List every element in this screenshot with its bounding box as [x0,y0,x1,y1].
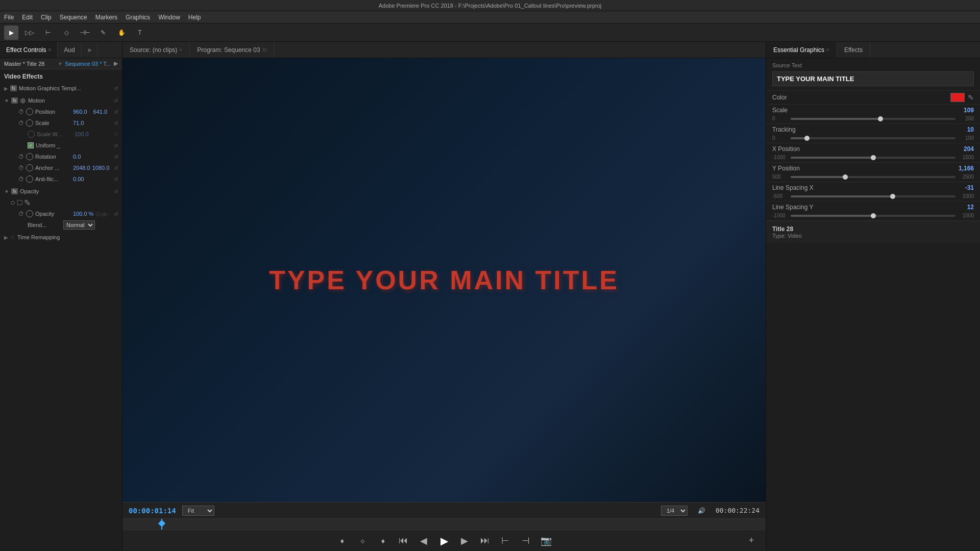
go-to-in-btn[interactable]: ⏮ [395,533,411,549]
motion-graphics-row[interactable]: ▶ fx Motion Graphics Templ... ↺ [0,83,122,94]
ripple-edit-tool[interactable]: ⊢ [41,26,55,40]
position-x-value[interactable]: 960.0 [73,109,87,115]
scale-thumb[interactable] [878,116,883,121]
anchor-y-value[interactable]: 1080.0 [92,165,110,171]
add-marker-btn[interactable]: ⬧ [375,533,391,549]
mark-in-btn[interactable]: ⬧ [334,533,350,549]
y-position-max: 2500 [959,174,974,180]
tracking-slider-value[interactable]: 10 [967,126,974,133]
opacity-stopwatch-icon[interactable]: ⏱ [18,211,24,217]
fit-select[interactable]: Fit 25% 50% 75% 100% [182,506,214,516]
add-btn[interactable]: + [743,533,760,549]
motion-group-row[interactable]: ▼ fx ⊕ Motion ↺ [0,95,122,106]
slip-tool[interactable]: ⊣⊢ [78,26,92,40]
reset-opacity-btn[interactable]: ↺ [114,189,118,194]
insert-btn[interactable]: ⊢ [497,533,513,549]
track-select-tool[interactable]: ▷▷ [22,26,37,40]
menu-clip[interactable]: Clip [41,14,52,21]
reset-anchor-btn[interactable]: ↺ [114,165,118,171]
rotation-stopwatch-icon[interactable]: ⏱ [18,154,24,160]
opacity-amount-value[interactable]: 100.0 % [73,211,93,217]
rotation-value[interactable]: 0.0 [73,154,81,160]
x-position-slider-value[interactable]: 204 [964,145,974,153]
scale-slider-value[interactable]: 109 [964,107,974,114]
position-y-value[interactable]: 641.0 [93,109,108,115]
line-spacing-y-value[interactable]: 12 [967,204,974,211]
quality-select[interactable]: 1/4 1/2 Full [661,506,688,516]
menu-graphics[interactable]: Graphics [126,14,150,21]
scale-w-value[interactable]: 100.0 [75,131,89,137]
scale-stopwatch-icon[interactable]: ⏱ [18,120,24,126]
x-position-thumb[interactable] [871,155,876,160]
reset-opacity-value-btn[interactable]: ↺ [114,211,118,217]
line-spacing-x-track[interactable] [791,195,955,197]
effects-tab[interactable]: Effects [837,42,870,58]
menu-file[interactable]: File [4,14,14,21]
ellipse-mask-icon[interactable]: ○ [10,198,15,207]
play-btn[interactable]: ▶ [436,533,452,549]
expand-clip-btn[interactable]: ▶ [114,60,118,67]
color-swatch[interactable] [950,93,965,102]
reset-uniform-btn[interactable]: ↺ [114,143,118,148]
reset-anti-flicker-btn[interactable]: ↺ [114,177,118,182]
y-position-track[interactable] [791,176,955,178]
color-edit-icon[interactable]: ✎ [968,93,974,102]
scale-track[interactable] [791,118,955,120]
time-remapping-row[interactable]: ▶ ☆ Time Remapping [0,232,122,243]
menu-window[interactable]: Window [158,14,180,21]
menu-edit[interactable]: Edit [22,14,33,21]
hand-tool[interactable]: ✋ [114,26,129,40]
rect-mask-icon[interactable]: □ [17,198,22,207]
playback-ruler[interactable] [122,518,766,530]
mark-out-btn[interactable]: ⬦ [354,533,371,549]
select-tool[interactable]: ▶ [4,26,18,40]
effect-controls-tab[interactable]: Effect Controls ≡ [0,42,58,58]
blend-mode-select[interactable]: Normal Multiply Screen [63,220,95,230]
scale-value[interactable]: 71.0 [73,120,84,126]
menu-sequence[interactable]: Sequence [60,14,87,21]
anchor-x-value[interactable]: 2048.0 [73,165,90,171]
current-timecode[interactable]: 00:00:01:14 [129,507,176,515]
reset-rotation-btn[interactable]: ↺ [114,154,118,160]
anchor-stopwatch-icon[interactable]: ⏱ [18,165,24,171]
pen-tool[interactable]: ✎ [96,26,110,40]
menu-markers[interactable]: Markers [95,14,117,21]
uniform-label: Uniform _ [36,142,71,148]
export-frame-btn[interactable]: 📷 [538,533,554,549]
essential-graphics-tab[interactable]: Essential Graphics ≡ [766,42,837,58]
type-tool[interactable]: T [133,26,147,40]
anti-flicker-value[interactable]: 0.00 [73,176,84,182]
source-viewer-tab[interactable]: Source: (no clips) ≡ [122,42,190,58]
line-spacing-x-value[interactable]: -31 [965,184,974,191]
line-spacing-y-thumb[interactable] [871,213,876,218]
line-spacing-y-track[interactable] [791,215,955,217]
anti-flicker-stopwatch-icon[interactable]: ⏱ [18,176,24,182]
expand-panel-btn[interactable]: » [82,42,98,58]
tracking-thumb[interactable] [804,136,810,141]
overwrite-btn[interactable]: ⊣ [518,533,534,549]
tracking-track[interactable] [791,137,955,139]
menu-help[interactable]: Help [188,14,201,21]
opacity-group-row[interactable]: ▼ fx Opacity ↺ [0,186,122,197]
program-viewer-tab[interactable]: Program: Sequence 03 ⊟ [190,42,274,58]
opacity-value-row: ⏱ Opacity 100.0 % ◇ ◁▷ ↺ [0,208,122,219]
reset-position-btn[interactable]: ↺ [114,109,118,115]
y-position-slider-value[interactable]: 1,166 [959,165,974,172]
timeline-scrubber[interactable] [122,519,766,530]
step-forward-btn[interactable]: ▶ [456,533,473,549]
source-text-input[interactable] [772,71,974,86]
go-to-out-btn[interactable]: ⏭ [477,533,493,549]
reset-motion-graphics-btn[interactable]: ↺ [114,86,118,91]
reset-scale-w-btn[interactable]: ↺ [114,132,118,137]
position-stopwatch-icon[interactable]: ⏱ [18,109,24,115]
pen-mask-icon[interactable]: ✎ [24,198,31,208]
reset-motion-btn[interactable]: ↺ [114,98,118,104]
razor-tool[interactable]: ◇ [59,26,74,40]
reset-scale-btn[interactable]: ↺ [114,120,118,126]
uniform-checkbox[interactable]: ✓ [28,142,34,148]
line-spacing-x-thumb[interactable] [890,194,895,199]
step-back-btn[interactable]: ◀ [415,533,432,549]
x-position-track[interactable] [791,157,955,159]
y-position-thumb[interactable] [843,174,848,180]
audio-tab[interactable]: Aud [58,42,81,58]
